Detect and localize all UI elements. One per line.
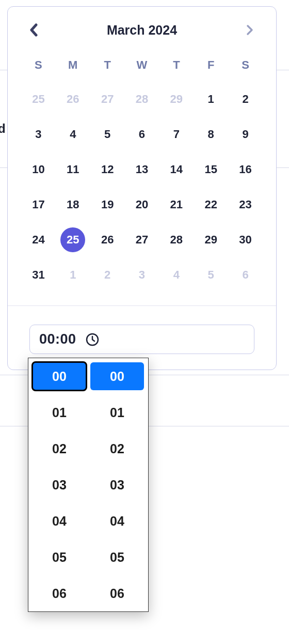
- calendar-day[interactable]: 13: [125, 160, 159, 179]
- calendar-day-outside[interactable]: 26: [56, 89, 90, 109]
- calendar-day[interactable]: 30: [228, 230, 263, 250]
- minute-option[interactable]: 05: [90, 543, 144, 571]
- calendar-day[interactable]: 24: [21, 230, 56, 250]
- minute-option[interactable]: 00: [90, 362, 144, 390]
- minute-option[interactable]: 02: [90, 435, 144, 463]
- minute-option[interactable]: 04: [90, 507, 144, 535]
- hour-column: 00010203040506: [33, 362, 86, 607]
- calendar-day[interactable]: 10: [21, 160, 56, 179]
- calendar-day[interactable]: 17: [21, 195, 56, 214]
- calendar-day[interactable]: 27: [125, 230, 159, 250]
- calendar-day[interactable]: 8: [194, 125, 228, 144]
- hour-option[interactable]: 04: [33, 507, 86, 535]
- calendar-day[interactable]: 22: [194, 195, 228, 214]
- calendar-day[interactable]: 6: [125, 125, 159, 144]
- minute-column: 00010203040506: [90, 362, 144, 607]
- hour-option[interactable]: 05: [33, 543, 86, 571]
- weekday-label: M: [56, 53, 90, 77]
- hour-option[interactable]: 02: [33, 435, 86, 463]
- weekday-label: S: [21, 53, 56, 77]
- minute-option[interactable]: 01: [90, 398, 144, 426]
- calendar-header: March 2024: [21, 22, 263, 47]
- calendar-day[interactable]: 16: [228, 160, 263, 179]
- time-picker-dropdown: 00010203040506 00010203040506: [28, 358, 149, 612]
- calendar-day[interactable]: 21: [159, 195, 194, 214]
- calendar-day[interactable]: 14: [159, 160, 194, 179]
- calendar-day[interactable]: 7: [159, 125, 194, 144]
- calendar-day[interactable]: 28: [159, 230, 194, 250]
- calendar-day[interactable]: 18: [56, 195, 90, 214]
- calendar-day[interactable]: 29: [194, 230, 228, 250]
- calendar-day[interactable]: 12: [90, 160, 125, 179]
- calendar-day-outside[interactable]: 1: [56, 265, 90, 285]
- calendar-day[interactable]: 2: [228, 89, 263, 109]
- chevron-left-icon: [29, 23, 39, 37]
- calendar-day[interactable]: 11: [56, 160, 90, 179]
- calendar-month-title: March 2024: [107, 23, 177, 38]
- clock-icon: [86, 333, 99, 346]
- calendar-day[interactable]: 15: [194, 160, 228, 179]
- hour-option[interactable]: 01: [33, 398, 86, 426]
- calendar-day[interactable]: 1: [194, 89, 228, 109]
- calendar-day[interactable]: 5: [90, 125, 125, 144]
- calendar-day[interactable]: 20: [125, 195, 159, 214]
- calendar-day-outside[interactable]: 28: [125, 89, 159, 109]
- minute-option[interactable]: 06: [90, 579, 144, 607]
- calendar-day[interactable]: 4: [56, 125, 90, 144]
- hour-option[interactable]: 00: [33, 362, 86, 390]
- weekday-label: W: [125, 53, 159, 77]
- calendar-day-outside[interactable]: 4: [159, 265, 194, 285]
- hour-option[interactable]: 03: [33, 471, 86, 499]
- next-month-button[interactable]: [242, 22, 258, 38]
- background-label-fragment: d: [0, 121, 6, 136]
- calendar-weekday-row: SMTWTFS: [21, 53, 263, 77]
- calendar-day-outside[interactable]: 27: [90, 89, 125, 109]
- time-input[interactable]: 00:00: [29, 325, 254, 354]
- time-value: 00:00: [39, 331, 76, 347]
- hour-option[interactable]: 06: [33, 579, 86, 607]
- calendar-day-outside[interactable]: 25: [21, 89, 56, 109]
- calendar-day-outside[interactable]: 29: [159, 89, 194, 109]
- divider: [8, 305, 276, 306]
- calendar-day[interactable]: 26: [90, 230, 125, 250]
- calendar-day[interactable]: 19: [90, 195, 125, 214]
- weekday-label: S: [228, 53, 263, 77]
- calendar-days-grid: 2526272829123456789101112131415161718192…: [21, 82, 263, 295]
- calendar-day[interactable]: 23: [228, 195, 263, 214]
- calendar-day-outside[interactable]: 5: [194, 265, 228, 285]
- chevron-right-icon: [246, 24, 254, 36]
- weekday-label: F: [194, 53, 228, 77]
- weekday-label: T: [90, 53, 125, 77]
- calendar-selected-day: 25: [60, 227, 85, 252]
- calendar-day[interactable]: 3: [21, 125, 56, 144]
- calendar-day-outside[interactable]: 2: [90, 265, 125, 285]
- weekday-label: T: [159, 53, 194, 77]
- calendar-day-outside[interactable]: 6: [228, 265, 263, 285]
- calendar-day[interactable]: 9: [228, 125, 263, 144]
- calendar-day[interactable]: 31: [21, 265, 56, 285]
- calendar-day[interactable]: 25: [56, 230, 90, 250]
- minute-option[interactable]: 03: [90, 471, 144, 499]
- date-picker-popover: March 2024 SMTWTFS 252627282912345678910…: [7, 6, 277, 370]
- prev-month-button[interactable]: [26, 22, 42, 38]
- calendar-day-outside[interactable]: 3: [125, 265, 159, 285]
